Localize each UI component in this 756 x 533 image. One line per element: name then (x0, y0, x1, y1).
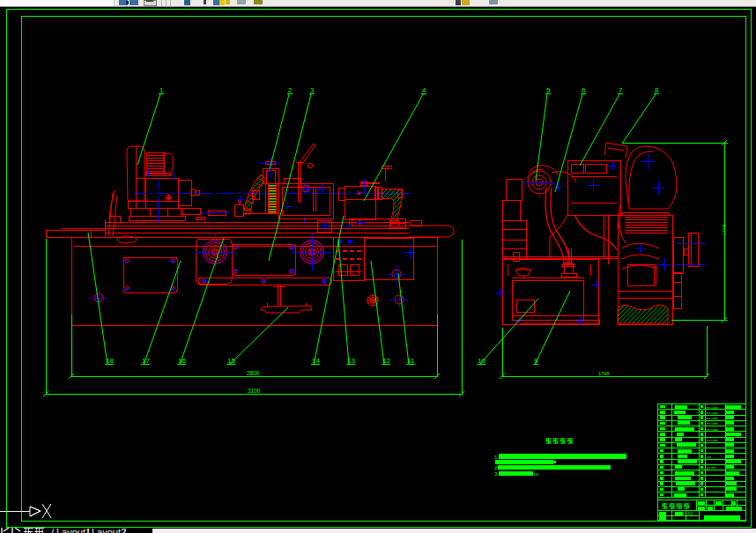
svg-text:15: 15 (227, 357, 235, 365)
svg-text:1.: 1. (494, 455, 499, 460)
svg-text:1748: 1748 (598, 371, 609, 376)
svg-text:HT150: HT150 (707, 438, 719, 442)
svg-text:2: 2 (288, 86, 293, 94)
svg-text:Q235: Q235 (707, 465, 716, 470)
svg-text:10: 10 (478, 357, 485, 365)
svg-text:3: 3 (310, 86, 315, 94)
svg-text:14: 14 (312, 357, 320, 365)
svg-text:8: 8 (655, 86, 659, 94)
svg-text:5: 5 (546, 86, 551, 94)
svg-text:3100: 3100 (248, 388, 261, 394)
svg-text:Layout2: Layout2 (92, 527, 126, 533)
svg-text:HT150: HT150 (707, 416, 719, 420)
svg-text:A3: A3 (687, 511, 693, 516)
svg-text:2800: 2800 (247, 370, 260, 376)
svg-text:m.: m. (534, 471, 540, 477)
svg-text:4: 4 (422, 86, 426, 94)
svg-text:HT150: HT150 (707, 427, 719, 432)
svg-text:6: 6 (582, 86, 586, 94)
svg-text:HT200: HT200 (707, 405, 719, 410)
svg-text:HT200: HT200 (707, 411, 719, 415)
svg-text:45: 45 (707, 455, 712, 459)
svg-text:1748: 1748 (722, 225, 727, 235)
svg-text:7: 7 (619, 86, 623, 94)
svg-text:3.: 3. (494, 471, 499, 477)
svg-text:2.: 2. (494, 465, 499, 470)
svg-text:1: 1 (159, 86, 164, 94)
svg-text:HT150: HT150 (707, 421, 719, 426)
